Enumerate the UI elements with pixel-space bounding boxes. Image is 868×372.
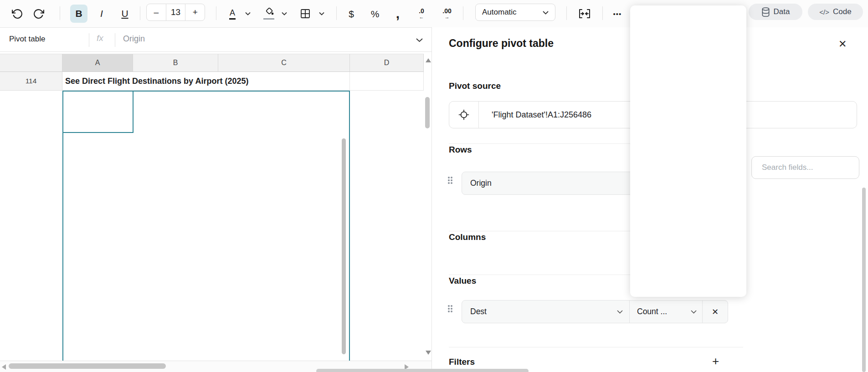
scroll-down-arrow[interactable]: [426, 351, 431, 355]
decrease-decimals-icon: .0←: [419, 8, 424, 20]
italic-button[interactable]: I: [93, 5, 110, 23]
dollar-icon: $: [349, 9, 354, 19]
ellipsis-icon: •••: [613, 10, 622, 18]
drag-handle-icon[interactable]: [448, 305, 450, 307]
undo-button[interactable]: [8, 5, 26, 23]
chevron-down-icon: [245, 12, 251, 15]
toolbar-separator: [566, 6, 567, 20]
chevron-down-icon: [691, 310, 697, 314]
toolbar-separator: [216, 6, 216, 20]
toolbar-separator: [336, 6, 337, 20]
values-section-label: Values: [449, 276, 476, 286]
percent-format-button[interactable]: %: [366, 5, 384, 23]
pivot-range-selection-border: [62, 91, 350, 364]
pivot-source-label: Pivot source: [449, 81, 501, 91]
name-box[interactable]: Pivot table: [9, 35, 45, 44]
comma-format-button[interactable]: ,: [391, 5, 405, 28]
text-color-button[interactable]: A: [224, 5, 241, 23]
currency-format-button[interactable]: $: [344, 5, 359, 23]
divider: [449, 347, 743, 347]
table-row: 114See Direct Flight Destinations by Air…: [0, 72, 424, 91]
formula-input[interactable]: Origin: [123, 34, 145, 44]
merge-cells-button[interactable]: [575, 5, 594, 23]
chevron-down-icon: [282, 12, 287, 15]
scroll-up-arrow[interactable]: [426, 58, 431, 62]
formula-bar-expand-icon[interactable]: [416, 38, 423, 42]
column-header-A[interactable]: A: [62, 54, 133, 72]
aggregation-menu: [630, 5, 746, 297]
active-cell-border: [62, 91, 134, 133]
data-button-label: Data: [774, 7, 790, 16]
column-header-D[interactable]: D: [350, 54, 424, 72]
separator: [89, 33, 89, 47]
row-header-114[interactable]: 114: [0, 72, 62, 91]
code-button[interactable]: </> Code: [808, 4, 863, 20]
chevron-down-icon: [319, 12, 324, 15]
data-button[interactable]: Data: [749, 4, 802, 20]
fields-scrollbar-thumb[interactable]: [862, 188, 866, 372]
underline-glyph: U: [121, 8, 128, 19]
borders-button[interactable]: [297, 5, 313, 23]
crosshair-icon: [458, 109, 469, 120]
horizontal-scrollbar-thumb[interactable]: [9, 363, 166, 369]
spreadsheet-app: B I U – 13 + A $ % , .0← .00→ Automa: [0, 0, 868, 372]
column-header-B[interactable]: B: [133, 54, 218, 72]
font-size-value[interactable]: 13: [166, 4, 186, 20]
add-filter-button[interactable]: +: [712, 354, 719, 368]
sheet-grid: ABCD 114See Direct Flight Destinations b…: [0, 52, 431, 372]
italic-glyph: I: [100, 8, 103, 19]
panel-title: Configure pivot table: [449, 37, 554, 50]
comma-icon: ,: [396, 7, 400, 20]
fill-color-button[interactable]: [261, 5, 277, 23]
bold-glyph: B: [75, 8, 82, 19]
font-size-increase-button[interactable]: +: [185, 4, 205, 20]
increase-decimals-button[interactable]: .00→: [437, 5, 457, 23]
close-icon: ✕: [712, 307, 719, 317]
increase-decimals-icon: .00→: [442, 8, 451, 20]
filters-section-label: Filters: [449, 357, 475, 367]
values-field-value: Dest: [470, 307, 487, 316]
sheet-title-text: See Direct Flight Destinations by Airpor…: [65, 76, 248, 86]
corner-header[interactable]: [0, 54, 62, 72]
rows-section-label: Rows: [449, 145, 472, 155]
undo-icon: [12, 8, 23, 20]
font-size-decrease-button[interactable]: –: [147, 4, 166, 20]
rows-field-value: Origin: [470, 178, 492, 188]
underline-button[interactable]: U: [116, 5, 134, 23]
window-scrollbar-thumb[interactable]: [316, 369, 529, 372]
scroll-left-arrow[interactable]: [2, 364, 6, 370]
values-field-row: Dest Count ... ✕: [462, 300, 728, 323]
pivot-inner-scrollbar-thumb[interactable]: [342, 138, 346, 354]
values-aggregation-select[interactable]: Count ...: [630, 301, 703, 323]
column-headers: ABCD: [0, 54, 424, 72]
text-color-dropdown[interactable]: [242, 5, 253, 23]
values-field-select[interactable]: Dest: [462, 301, 630, 323]
chevron-down-icon: [617, 310, 623, 314]
values-aggregation-value: Count ...: [637, 307, 667, 316]
percent-icon: %: [371, 9, 380, 19]
drag-handle-icon[interactable]: [448, 177, 450, 178]
borders-dropdown[interactable]: [316, 5, 327, 23]
code-icon: </>: [819, 8, 829, 16]
number-format-select[interactable]: Automatic: [475, 4, 555, 21]
select-range-button[interactable]: [449, 102, 479, 128]
decrease-decimals-button[interactable]: .0←: [412, 5, 431, 23]
plus-icon: +: [712, 354, 719, 368]
pivot-source-value: 'Flight Dataset'!A1:J256486: [479, 110, 591, 120]
code-button-label: Code: [833, 7, 852, 16]
database-icon: [761, 7, 770, 17]
vertical-scrollbar-thumb[interactable]: [425, 97, 430, 128]
bold-button[interactable]: B: [70, 5, 87, 23]
chevron-down-icon: [543, 10, 549, 15]
fill-color-icon: [263, 8, 274, 20]
redo-button[interactable]: [29, 5, 47, 23]
toolbar-separator: [140, 6, 140, 20]
search-fields-input[interactable]: [751, 156, 859, 179]
fill-color-dropdown[interactable]: [279, 5, 290, 23]
column-header-C[interactable]: C: [218, 54, 350, 72]
more-options-button[interactable]: •••: [609, 5, 626, 23]
cell-A114[interactable]: See Direct Flight Destinations by Airpor…: [62, 72, 350, 91]
values-remove-button[interactable]: ✕: [703, 301, 728, 323]
cell-D114[interactable]: [350, 72, 424, 91]
close-icon[interactable]: ✕: [838, 38, 847, 50]
